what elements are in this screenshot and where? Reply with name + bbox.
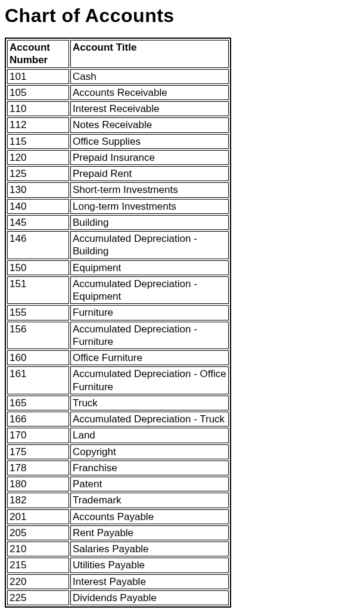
table-row: 125Prepaid Rent bbox=[7, 166, 229, 181]
account-number-cell: 205 bbox=[7, 525, 69, 540]
table-row: 205Rent Payable bbox=[7, 525, 229, 540]
table-row: 165Truck bbox=[7, 396, 229, 410]
table-row: 145Building bbox=[7, 215, 229, 230]
account-title-cell: Patent bbox=[70, 477, 229, 491]
table-row: 140Long-term Investments bbox=[7, 199, 229, 214]
account-number-cell: 215 bbox=[7, 558, 69, 572]
account-number-cell: 166 bbox=[7, 412, 69, 427]
table-row: 210Salaries Payable bbox=[7, 541, 229, 556]
account-number-cell: 178 bbox=[7, 460, 69, 475]
account-title-cell: Interest Receivable bbox=[70, 101, 229, 116]
account-number-cell: 115 bbox=[7, 134, 69, 149]
account-title-cell: Short-term Investments bbox=[70, 182, 229, 197]
account-title-cell: Office Supplies bbox=[70, 134, 229, 149]
table-row: 115Office Supplies bbox=[7, 134, 229, 149]
account-number-cell: 175 bbox=[7, 444, 69, 459]
account-title-cell: Copyright bbox=[70, 444, 229, 459]
account-number-cell: 160 bbox=[7, 350, 69, 365]
account-title-cell: Accumulated Depreciation - Office Furnit… bbox=[70, 366, 229, 394]
account-title-cell: Cash bbox=[70, 69, 229, 84]
table-row: 201Accounts Payable bbox=[7, 509, 229, 524]
account-number-cell: 165 bbox=[7, 396, 69, 410]
account-title-cell: Prepaid Rent bbox=[70, 166, 229, 181]
account-title-cell: Franchise bbox=[70, 460, 229, 475]
account-title-cell: Long-term Investments bbox=[70, 199, 229, 214]
account-number-cell: 101 bbox=[7, 69, 69, 84]
account-number-cell: 110 bbox=[7, 101, 69, 116]
account-number-cell: 112 bbox=[7, 117, 69, 132]
table-row: 151Accumulated Depreciation - Equipment bbox=[7, 276, 229, 304]
table-row: 110Interest Receivable bbox=[7, 101, 229, 116]
table-row: 182Trademark bbox=[7, 493, 229, 508]
account-number-cell: 225 bbox=[7, 590, 69, 605]
table-row: 112Notes Receivable bbox=[7, 117, 229, 132]
account-title-cell: Trademark bbox=[70, 493, 229, 508]
account-title-cell: Accumulated Depreciation - Furniture bbox=[70, 322, 229, 350]
account-number-cell: 210 bbox=[7, 541, 69, 556]
table-row: 215Utilities Payable bbox=[7, 558, 229, 572]
account-number-cell: 146 bbox=[7, 231, 69, 259]
table-row: 105Accounts Receivable bbox=[7, 85, 229, 100]
table-row: 130Short-term Investments bbox=[7, 182, 229, 197]
account-title-cell: Interest Payable bbox=[70, 574, 229, 589]
table-row: 146Accumulated Depreciation - Building bbox=[7, 231, 229, 259]
table-row: 101Cash bbox=[7, 69, 229, 84]
table-row: 178Franchise bbox=[7, 460, 229, 475]
account-title-cell: Office Furniture bbox=[70, 350, 229, 365]
table-row: 120Prepaid Insurance bbox=[7, 150, 229, 165]
account-title-cell: Utilities Payable bbox=[70, 558, 229, 572]
account-title-cell: Accounts Receivable bbox=[70, 85, 229, 100]
table-row: 180Patent bbox=[7, 477, 229, 491]
account-number-cell: 125 bbox=[7, 166, 69, 181]
account-title-cell: Furniture bbox=[70, 305, 229, 320]
account-title-cell: Salaries Payable bbox=[70, 541, 229, 556]
table-row: 161Accumulated Depreciation - Office Fur… bbox=[7, 366, 229, 394]
account-number-cell: 151 bbox=[7, 276, 69, 304]
account-title-cell: Building bbox=[70, 215, 229, 230]
account-number-cell: 182 bbox=[7, 493, 69, 508]
account-number-cell: 120 bbox=[7, 150, 69, 165]
account-number-cell: 155 bbox=[7, 305, 69, 320]
account-title-cell: Equipment bbox=[70, 260, 229, 275]
table-row: 170Land bbox=[7, 428, 229, 443]
account-title-cell: Land bbox=[70, 428, 229, 443]
table-row: 150Equipment bbox=[7, 260, 229, 275]
account-title-cell: Truck bbox=[70, 396, 229, 410]
account-number-cell: 161 bbox=[7, 366, 69, 394]
table-row: 220Interest Payable bbox=[7, 574, 229, 589]
account-title-cell: Dividends Payable bbox=[70, 590, 229, 605]
account-title-cell: Rent Payable bbox=[70, 525, 229, 540]
account-number-cell: 140 bbox=[7, 199, 69, 214]
table-row: 155Furniture bbox=[7, 305, 229, 320]
account-number-cell: 145 bbox=[7, 215, 69, 230]
account-number-cell: 156 bbox=[7, 322, 69, 350]
account-title-cell: Prepaid Insurance bbox=[70, 150, 229, 165]
account-title-cell: Notes Receivable bbox=[70, 117, 229, 132]
account-title-cell: Accumulated Depreciation - Truck bbox=[70, 412, 229, 427]
accounts-table-header-row: Account Number Account Title bbox=[7, 40, 229, 68]
column-header-account-title: Account Title bbox=[70, 40, 229, 68]
account-title-cell: Accounts Payable bbox=[70, 509, 229, 524]
table-row: 166Accumulated Depreciation - Truck bbox=[7, 412, 229, 427]
account-number-cell: 201 bbox=[7, 509, 69, 524]
column-header-account-number: Account Number bbox=[7, 40, 69, 68]
account-title-cell: Accumulated Depreciation - Equipment bbox=[70, 276, 229, 304]
account-number-cell: 105 bbox=[7, 85, 69, 100]
table-row: 225Dividends Payable bbox=[7, 590, 229, 605]
account-title-cell: Accumulated Depreciation - Building bbox=[70, 231, 229, 259]
account-number-cell: 180 bbox=[7, 477, 69, 491]
table-row: 156Accumulated Depreciation - Furniture bbox=[7, 322, 229, 350]
page-title: Chart of Accounts bbox=[5, 5, 359, 27]
account-number-cell: 170 bbox=[7, 428, 69, 443]
accounts-table: Account Number Account Title 101Cash105A… bbox=[5, 38, 231, 608]
account-number-cell: 130 bbox=[7, 182, 69, 197]
table-row: 175Copyright bbox=[7, 444, 229, 459]
account-number-cell: 220 bbox=[7, 574, 69, 589]
table-row: 160Office Furniture bbox=[7, 350, 229, 365]
account-number-cell: 150 bbox=[7, 260, 69, 275]
